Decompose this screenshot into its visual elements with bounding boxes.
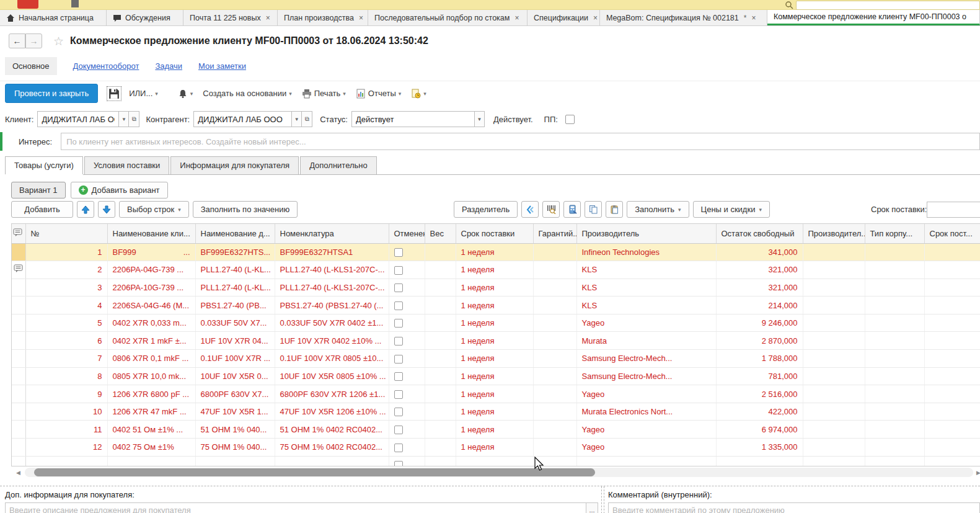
cell-case-type[interactable] xyxy=(865,439,924,457)
cell-name-client[interactable]: 0402 75 Ом ±1% xyxy=(107,439,195,457)
print-menu-button[interactable]: Печать ▾ xyxy=(299,86,348,101)
cell-stock[interactable]: 2 870,000 xyxy=(716,332,803,350)
cell-delivery2[interactable] xyxy=(924,314,980,332)
cell-nomenclature[interactable]: PLL1.27-40 (L-KLS1-207C-... xyxy=(275,279,389,297)
pp-checkbox[interactable] xyxy=(565,115,575,124)
cell-manufacturer[interactable]: KLS xyxy=(576,279,716,297)
post-and-close-button[interactable]: Провести и закрыть xyxy=(5,84,98,103)
buyer-info-input[interactable] xyxy=(5,502,586,513)
cell-canceled[interactable] xyxy=(389,297,425,314)
interest-input[interactable] xyxy=(61,133,980,150)
fill-menu-button[interactable]: Заполнить ▾ xyxy=(627,201,689,218)
cell-num[interactable]: 7 xyxy=(25,350,107,368)
cell-delivery[interactable]: 1 неделя xyxy=(456,350,533,368)
cell-name-dist[interactable]: PBS1.27-40 (PB... xyxy=(195,297,275,314)
row-margin-cell[interactable] xyxy=(12,297,25,314)
cell[interactable] xyxy=(924,456,980,466)
cell-weight[interactable] xyxy=(425,279,456,297)
tab-delivery-terms[interactable]: Условия поставки xyxy=(84,156,169,174)
back-button[interactable]: ← xyxy=(9,33,25,48)
cell-delivery[interactable]: 1 неделя xyxy=(456,297,533,314)
fill-by-value-button[interactable]: Заполнить по значению xyxy=(193,201,298,218)
cell-num[interactable]: 11 xyxy=(25,421,107,439)
row-margin-cell[interactable] xyxy=(12,350,25,368)
cell-case-type[interactable] xyxy=(865,332,924,350)
cell-name-dist[interactable]: 10UF 10V X5R 0... xyxy=(195,367,275,385)
close-icon[interactable]: × xyxy=(359,14,363,22)
cell-num[interactable]: 9 xyxy=(25,385,107,403)
cell-delivery[interactable]: 1 неделя xyxy=(456,332,533,350)
cell-name-client[interactable]: 0806 X7R 0,1 mkF ... xyxy=(107,350,195,368)
chevron-down-icon[interactable]: ▼ xyxy=(291,111,302,127)
table-row[interactable]: 32206PA-10G-739 ...PLL1.27-40 (L-KL...PL… xyxy=(12,279,980,297)
cell-warranty[interactable] xyxy=(533,421,576,439)
cell-stock[interactable]: 6 974,000 xyxy=(716,421,803,439)
canceled-checkbox[interactable] xyxy=(394,301,403,310)
or-menu-button[interactable]: ИЛИ... ▾ xyxy=(126,86,161,100)
search-icon[interactable] xyxy=(785,1,793,9)
terminal-button[interactable] xyxy=(563,201,581,218)
cell-manufacturer2[interactable] xyxy=(803,350,865,368)
add-variant-button[interactable]: + Добавить вариант xyxy=(71,182,168,199)
cell[interactable] xyxy=(576,456,716,466)
row-margin-cell[interactable] xyxy=(12,314,25,332)
prices-discounts-button[interactable]: Цены и скидки ▾ xyxy=(693,201,770,218)
cell-manufacturer[interactable]: Murata Electronics Nort... xyxy=(576,403,716,421)
cell-delivery2[interactable] xyxy=(924,350,980,368)
row-margin-cell[interactable] xyxy=(12,367,25,385)
cell-nomenclature[interactable]: BF999E6327HTSA1 xyxy=(275,243,389,261)
edo-menu-button[interactable]: ▾ xyxy=(408,86,429,101)
cell-delivery2[interactable] xyxy=(924,421,980,439)
cell-canceled[interactable] xyxy=(389,403,425,421)
cell-name-client[interactable]: 1206 X7R 47 mkF ... xyxy=(107,403,195,421)
open-link-icon[interactable]: ⧉ xyxy=(129,111,139,127)
cell-nomenclature[interactable]: 47UF 10V X5R 1206 ±10% ... xyxy=(275,403,389,421)
create-based-on-button[interactable]: Создать на основании ▾ xyxy=(200,86,294,100)
tab-mail[interactable]: Почта 11 225 новых × xyxy=(183,10,278,25)
cell-case-type[interactable] xyxy=(865,261,924,279)
cell-manufacturer[interactable]: Murata xyxy=(576,332,716,350)
tab-additional[interactable]: Дополнительно xyxy=(300,156,377,174)
copy-rows-button[interactable] xyxy=(585,201,602,218)
cell-manufacturer2[interactable] xyxy=(803,332,865,350)
tab-commercial-offer[interactable]: Коммерческое предложение клиенту MF00-ПП… xyxy=(767,10,980,25)
cell-warranty[interactable] xyxy=(533,350,576,368)
cell-name-dist[interactable]: BF999E6327HTS... xyxy=(195,243,275,261)
add-row-button[interactable]: Добавить xyxy=(11,201,73,218)
cell-manufacturer[interactable]: KLS xyxy=(576,261,716,279)
tab-docflow[interactable]: Документооборот xyxy=(73,61,139,71)
cell-case-type[interactable] xyxy=(865,314,924,332)
cell-nomenclature[interactable]: 6800PF 630V X7R 1206 ±1... xyxy=(275,385,389,403)
table-row[interactable]: 110402 51 Ом ±1% ...51 OHM 1% 040...51 O… xyxy=(12,421,980,439)
cell-canceled[interactable] xyxy=(389,421,425,439)
close-icon[interactable]: × xyxy=(266,14,270,22)
table-row[interactable]: 1BF999...BF999E6327HTS...BF999E6327HTSA1… xyxy=(12,243,980,261)
cell-name-client[interactable]: 0402 X7R 1 mkF ±... xyxy=(107,332,195,350)
table-row[interactable]: 22206PA-04G-739 ...PLL1.27-40 (L-KL...PL… xyxy=(12,261,980,279)
save-button[interactable] xyxy=(107,86,121,101)
cell-case-type[interactable] xyxy=(865,403,924,421)
cell-stock[interactable]: 422,000 xyxy=(716,403,803,421)
cell[interactable] xyxy=(25,456,107,466)
cell-stock[interactable]: 1 788,000 xyxy=(716,350,803,368)
cell[interactable] xyxy=(389,456,425,466)
column-header-nomenclature[interactable]: Номенклатура xyxy=(275,224,389,243)
cell-name-dist[interactable]: 75 OHM 1% 040... xyxy=(195,439,275,457)
table-row[interactable]: 101206 X7R 47 mkF ...47UF 10V X5R 1...47… xyxy=(12,403,980,421)
cell-delivery[interactable]: 1 неделя xyxy=(456,439,533,457)
scrollbar-thumb[interactable] xyxy=(34,468,595,476)
cell-manufacturer2[interactable] xyxy=(803,421,865,439)
cell-delivery[interactable]: 1 неделя xyxy=(456,367,533,385)
variant-1-button[interactable]: Вариант 1 xyxy=(11,182,66,199)
row-margin-cell[interactable] xyxy=(12,332,25,350)
cell-delivery2[interactable] xyxy=(924,332,980,350)
cell-weight[interactable] xyxy=(425,314,456,332)
cell-warranty[interactable] xyxy=(533,385,576,403)
tab-tasks[interactable]: Задачи xyxy=(155,61,182,71)
tab-main[interactable]: Основное xyxy=(5,57,57,75)
cell-stock[interactable]: 214,000 xyxy=(716,297,803,314)
chevron-down-icon[interactable]: ▼ xyxy=(118,111,129,127)
internal-comment-input[interactable] xyxy=(608,502,980,513)
cell-name-client[interactable]: BF999... xyxy=(107,243,195,261)
table-row[interactable] xyxy=(12,456,980,466)
